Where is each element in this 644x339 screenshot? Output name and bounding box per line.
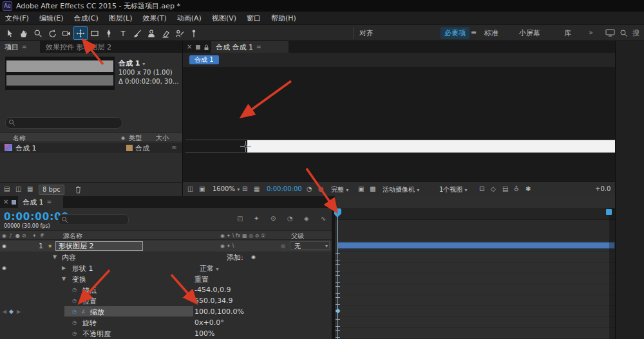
show-channels-icon[interactable]: ◉ (318, 186, 324, 192)
position-value[interactable]: 550.0,34.9 (194, 297, 232, 305)
contents-row[interactable]: ▼ 内容 添加: ◉ (0, 252, 335, 262)
panel-close-icon[interactable]: × (187, 44, 192, 50)
timeline-button-icon[interactable]: ▤ (502, 186, 508, 192)
workspace-tab-library[interactable]: 库 (564, 28, 571, 38)
comp-viewer[interactable] (183, 67, 616, 181)
label-column-icon[interactable]: ✦ (32, 233, 37, 239)
always-preview-icon[interactable]: ◫ (187, 186, 193, 192)
current-time-indicator-head[interactable] (334, 208, 341, 214)
keyframe-navigator-diamond[interactable]: ◆ (9, 308, 14, 315)
camera-select[interactable]: 活动摄像机 ▾ (383, 185, 419, 194)
exposure-reset-icon[interactable]: ✱ (526, 186, 531, 192)
zoom-tool[interactable] (31, 26, 45, 40)
camera-tool[interactable] (59, 26, 73, 40)
magnification-select[interactable]: 1600% ▾ (213, 185, 240, 192)
switches-header-icons[interactable]: ◉ ✦ \ fx ▦ ◎ ⊘ ① (220, 233, 265, 239)
menu-window[interactable]: 窗口 (242, 14, 266, 23)
transform-reset[interactable]: 重置 (194, 275, 209, 284)
index-column-icon[interactable]: # (40, 233, 44, 239)
graph-editor-icon[interactable]: ∿ (321, 215, 326, 222)
scale-row[interactable]: ◀ ◆ ▶ ◷ ∠ 缩放 100.0,100.0% (0, 306, 335, 317)
tab-composition[interactable]: 合成 合成 1≡ (211, 41, 289, 53)
add-shape-button[interactable]: ◉ (251, 254, 256, 260)
transparency-grid-icon[interactable]: ▩ (370, 186, 375, 192)
scale-keyframe-diamond[interactable]: ◆ (334, 307, 342, 314)
next-keyframe-icon[interactable]: ▶ (17, 309, 21, 315)
exposure-value[interactable]: +0.0 (595, 185, 611, 192)
menu-effect[interactable]: 效果(T) (137, 14, 171, 23)
menu-animation[interactable]: 动画(A) (172, 14, 207, 23)
scale-value[interactable]: 100.0,100.0% (194, 307, 244, 316)
anchor-point-icon[interactable] (240, 141, 251, 154)
comp-mini-flowchart-icon[interactable]: ◰ (237, 215, 243, 222)
menu-layer[interactable]: 图层(L) (104, 14, 138, 23)
comp-current-time[interactable]: 0:00:00:00 (267, 185, 302, 192)
layer-switches[interactable]: ◉ ✦ \ (220, 243, 234, 249)
trash-icon[interactable] (75, 185, 82, 196)
roto-brush-tool[interactable] (173, 26, 187, 40)
stopwatch-icon[interactable]: ◷ (72, 331, 77, 336)
parent-pickwhip-icon[interactable]: ◎ (281, 243, 285, 249)
shape1-eye-icon[interactable]: ◉ (2, 265, 6, 271)
layer-row[interactable]: ◉ 1 ★ 形状图层 2 ◉ ✦ \ ◎ 无 ▾ (0, 241, 335, 252)
align-panel-label[interactable]: 对齐 (359, 28, 374, 38)
rotate-tool[interactable] (45, 26, 59, 40)
color-depth-button[interactable]: 8 bpc (39, 185, 64, 195)
project-item-row[interactable]: 合成 1 合成 ∞ (0, 143, 182, 153)
stopwatch-active-icon[interactable]: ◷ (72, 309, 77, 315)
search-help-label[interactable]: 搜 (632, 28, 639, 38)
twirl-right-icon[interactable]: ▶ (62, 265, 66, 271)
eye-column-icon[interactable]: ◉ (2, 233, 6, 239)
lock-column-icon[interactable]: ⊘ (22, 233, 26, 239)
opacity-row[interactable]: ◷ 不透明度 100% (0, 328, 335, 339)
view-layout-select[interactable]: 1个视图 ▾ (439, 185, 468, 194)
tab-effect-controls[interactable]: 效果控件 形状图层 2 (41, 41, 170, 53)
workspace-tab-standard[interactable]: 标准 (484, 28, 498, 38)
menu-edit[interactable]: 编辑(E) (34, 14, 69, 23)
anchor-value[interactable]: -454.0,0.9 (194, 286, 231, 294)
panel-menu-icon[interactable]: ≡ (47, 199, 52, 205)
rotation-value[interactable]: 0x+0.0° (194, 318, 224, 327)
layer-eye-icon[interactable]: ◉ (2, 243, 6, 249)
panel-close-icon[interactable]: × (3, 199, 8, 205)
column-name[interactable]: 名称 (13, 134, 26, 143)
add-label[interactable]: 添加: (227, 253, 243, 262)
panel-menu-icon[interactable]: ≡ (22, 44, 27, 50)
layer-duration-bar[interactable] (337, 242, 615, 249)
label-color-column-icon[interactable]: ◆ (121, 135, 125, 141)
roi-icon[interactable]: ▣ (358, 186, 364, 192)
twirl-down-icon[interactable]: ▼ (62, 276, 66, 282)
column-size[interactable]: 大小 (156, 134, 169, 143)
prev-keyframe-icon[interactable]: ◀ (3, 309, 6, 315)
shape-layer-bar[interactable] (247, 140, 616, 152)
audio-column-icon[interactable]: ♪ (9, 233, 12, 239)
workspace-overflow-icon[interactable]: » (589, 28, 593, 37)
sync-settings-icon[interactable] (605, 29, 615, 39)
main-viewer-icon[interactable]: ▣ (199, 186, 205, 192)
clone-stamp-tool[interactable] (144, 26, 158, 40)
column-parent[interactable]: 父级 (291, 232, 304, 241)
pan-behind-anchor-tool[interactable] (73, 26, 88, 40)
flowchart-button-icon[interactable]: ♁ (514, 186, 518, 192)
timeline-search-input[interactable] (58, 214, 129, 225)
comp-navigator-button[interactable]: 合成 1 (189, 55, 219, 64)
stopwatch-icon[interactable]: ◷ (72, 320, 77, 325)
fast-previews-icon[interactable]: ◇ (491, 186, 496, 192)
column-type[interactable]: 类型 (129, 134, 142, 143)
frame-blend-icon[interactable]: ◔ (287, 215, 293, 222)
menu-file[interactable]: 文件(F) (0, 14, 34, 23)
menu-view[interactable]: 视图(V) (207, 14, 242, 23)
tab-project[interactable]: 项目≡ (0, 41, 40, 53)
draft-3d-icon[interactable]: ✦ (254, 215, 259, 222)
search-help-icon[interactable] (620, 29, 628, 39)
marker-strip[interactable] (335, 220, 615, 241)
project-search-input[interactable] (5, 117, 122, 129)
stopwatch-icon[interactable]: ◷ (72, 287, 77, 293)
text-tool[interactable]: T (116, 26, 130, 40)
puppet-pin-tool[interactable] (187, 26, 201, 40)
opacity-value[interactable]: 100% (194, 329, 214, 338)
flowchart-icon[interactable]: ▤ (4, 186, 10, 192)
shape-rectangle-tool[interactable] (88, 26, 102, 40)
time-ruler[interactable] (335, 208, 615, 220)
solo-column-icon[interactable]: ● (15, 233, 20, 239)
